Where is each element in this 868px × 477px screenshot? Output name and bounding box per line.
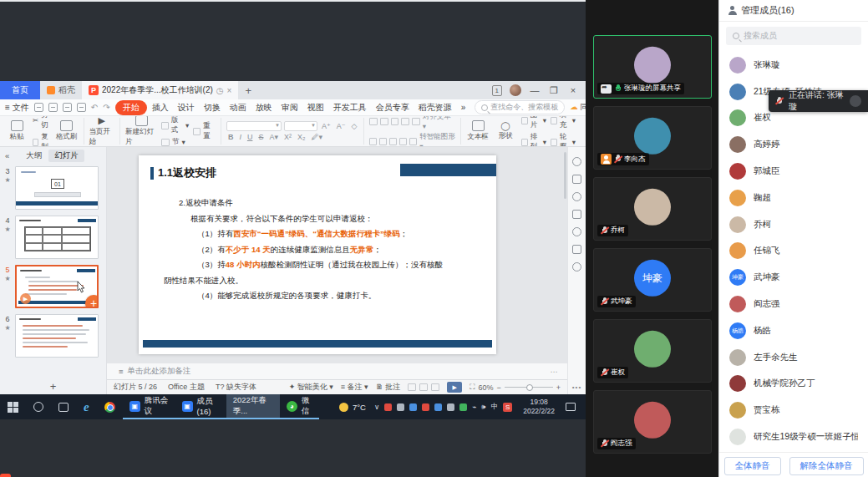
add-slide-button[interactable]: + — [0, 378, 106, 394]
missing-font-warning[interactable]: T? 缺失字体 — [216, 382, 256, 393]
command-search-box[interactable]: 查找命令、搜索模板 — [475, 100, 565, 114]
reading-view-icon[interactable] — [431, 383, 439, 391]
clear-format-icon[interactable]: ◇ — [349, 122, 358, 130]
member-row[interactable]: 研究生19级学硕一班姬子恒 — [719, 424, 868, 450]
notes-toggle[interactable]: ≡ 备注 ▾ — [341, 382, 368, 393]
tray-icon-2[interactable] — [397, 403, 404, 411]
ime-indicator[interactable]: 中 — [491, 402, 499, 412]
video-tile-sharing[interactable]: 张琳璇的屏幕共享 — [593, 35, 712, 99]
tray-icon-4[interactable] — [422, 403, 429, 411]
slide-body-text[interactable]: 2.返校申请条件 根据有关要求，符合以下条件的学生可以申请返校： （1）持有西安… — [179, 195, 485, 304]
underline-button[interactable]: U — [246, 133, 255, 141]
tray-icon-3[interactable] — [409, 403, 417, 411]
zoom-out-button[interactable]: − — [496, 383, 500, 392]
tab-slides[interactable]: 幻灯片 — [48, 150, 84, 162]
settings-icon[interactable] — [572, 175, 581, 184]
canvas-scrollbar[interactable] — [564, 152, 566, 199]
fill-button[interactable]: 填充 ▾ — [551, 116, 576, 130]
slide-thumbnail-3[interactable]: 3★ 01 — [2, 166, 103, 210]
preview-icon[interactable] — [77, 103, 86, 112]
decrease-font-icon[interactable]: A⁻ — [335, 122, 348, 130]
strikethrough-button[interactable]: S — [256, 133, 265, 141]
menu-item-design[interactable]: 设计 — [174, 100, 199, 115]
arrange-button[interactable]: 排列 ▾ — [521, 132, 546, 147]
save-icon[interactable] — [34, 103, 43, 112]
internet-explorer-button[interactable]: e — [76, 394, 97, 419]
member-row[interactable]: 郭城臣 — [719, 158, 868, 185]
member-row[interactable]: 鞠超 — [719, 185, 868, 211]
member-row[interactable]: 任锦飞 — [719, 238, 868, 265]
menu-more-chevron[interactable]: » — [457, 101, 470, 114]
tab-docer[interactable]: 稻壳 — [40, 81, 82, 99]
tray-icon-1[interactable] — [384, 403, 392, 411]
pane-more-icon[interactable]: ••• — [572, 383, 581, 391]
new-tab-button[interactable]: + — [238, 81, 258, 99]
resource-pane-icon[interactable] — [572, 262, 581, 271]
menu-item-review[interactable]: 审阅 — [277, 100, 302, 115]
increase-font-icon[interactable]: A⁺ — [320, 122, 332, 130]
tray-chevron-icon[interactable]: ∨ — [374, 403, 379, 411]
undo-icon[interactable]: ↶ — [91, 103, 98, 112]
font-size-select[interactable] — [284, 121, 317, 131]
menu-item-docer-res[interactable]: 稻壳资源 — [414, 100, 456, 115]
superscript-button[interactable]: X² — [282, 133, 293, 141]
member-row[interactable]: 张琳璇 — [719, 52, 868, 79]
fit-slide-icon[interactable]: ⛶ — [470, 383, 475, 392]
slide-5[interactable]: 1.1返校安排 2.返校申请条件 根据有关要求，符合以下条件的学生可以申请返校：… — [139, 155, 496, 354]
member-row[interactable]: 贾宝栋 — [719, 397, 868, 424]
layout-button[interactable]: 版式 ▾ — [161, 116, 189, 135]
member-row[interactable]: 左手余先生 — [719, 344, 868, 371]
slideshow-play-button[interactable]: ▶ — [447, 382, 462, 393]
menu-item-view[interactable]: 视图 — [303, 100, 328, 115]
textbox-button[interactable]: 文本框 — [466, 120, 490, 142]
tab-document[interactable]: P 2022年春季学...校工作培训(2) ◷ × — [82, 81, 238, 99]
menu-item-insert[interactable]: 插入 — [148, 100, 173, 115]
play-from-current-button[interactable]: ▶当页开始 — [89, 116, 115, 147]
close-button[interactable]: × — [567, 85, 579, 95]
taskbar-clock[interactable]: 19:082022/2/22 — [517, 398, 561, 415]
member-row[interactable]: 坤豪武坤豪 — [719, 264, 868, 291]
taskbar-app-wps[interactable]: P2022年春季... — [226, 394, 280, 419]
outline-button[interactable]: 轮廓 ▾ — [551, 132, 576, 147]
thumbnail-play-button[interactable]: ▶ — [20, 293, 31, 304]
account-avatar[interactable] — [510, 84, 521, 96]
taskbar-weather[interactable]: 7°C — [331, 394, 374, 419]
video-tile-3[interactable]: 乔柯 — [593, 177, 712, 241]
tray-icon-5[interactable] — [434, 403, 442, 411]
format-painter-button[interactable]: 格式刷 — [55, 120, 79, 142]
action-center-icon[interactable] — [566, 403, 576, 411]
print-icon[interactable] — [63, 103, 72, 112]
quick-add-slide-button[interactable]: + — [85, 295, 99, 308]
menu-item-member[interactable]: 会员专享 — [372, 100, 414, 115]
slide-thumbnail-5-current[interactable]: 5★ ▶ + — [2, 265, 103, 308]
taskbar-app-wechat[interactable]: ◕微信 — [280, 394, 319, 419]
member-search-input[interactable]: 搜索成员 — [726, 27, 861, 45]
task-view-button[interactable] — [51, 394, 76, 419]
slide-thumbnail-4[interactable]: 4★ — [2, 216, 103, 259]
zoom-slider-knob[interactable] — [526, 384, 533, 391]
slide-thumbnail-6[interactable]: 6★ — [2, 314, 103, 358]
media-pane-icon[interactable] — [572, 245, 581, 254]
subscript-button[interactable]: X₂ — [296, 133, 307, 141]
member-row[interactable]: 乔柯 — [719, 211, 868, 238]
video-tile-4[interactable]: 坤豪 武坤豪 — [593, 248, 712, 312]
zoom-slider[interactable] — [505, 387, 553, 388]
maximize-button[interactable]: ❐ — [548, 85, 560, 96]
slide-title[interactable]: 1.1返校安排 — [150, 165, 216, 180]
zoom-level[interactable]: 60% — [478, 383, 493, 392]
volume-icon[interactable]: 🕪 — [481, 403, 485, 412]
menu-item-animation[interactable]: 动画 — [226, 100, 251, 115]
chrome-button[interactable] — [97, 394, 123, 419]
italic-button[interactable]: I — [237, 133, 243, 141]
shape-button[interactable]: ◯形状 — [494, 121, 517, 141]
taskbar-app-meeting[interactable]: ▣腾讯会议 — [123, 394, 175, 419]
new-slide-button[interactable]: 新建幻灯片 — [125, 116, 157, 147]
menu-item-transition[interactable]: 切换 — [200, 100, 225, 115]
video-tile-2[interactable]: 李向杰 — [593, 106, 712, 170]
tab-home[interactable]: 首页 — [0, 81, 40, 99]
video-tile-6[interactable]: 阎志强 — [593, 390, 712, 454]
video-tile-5[interactable]: 崔权 — [593, 319, 712, 383]
zoom-in-button[interactable]: + — [556, 383, 561, 392]
bold-button[interactable]: B — [226, 133, 236, 141]
copy-button[interactable]: 复制 — [33, 132, 51, 147]
